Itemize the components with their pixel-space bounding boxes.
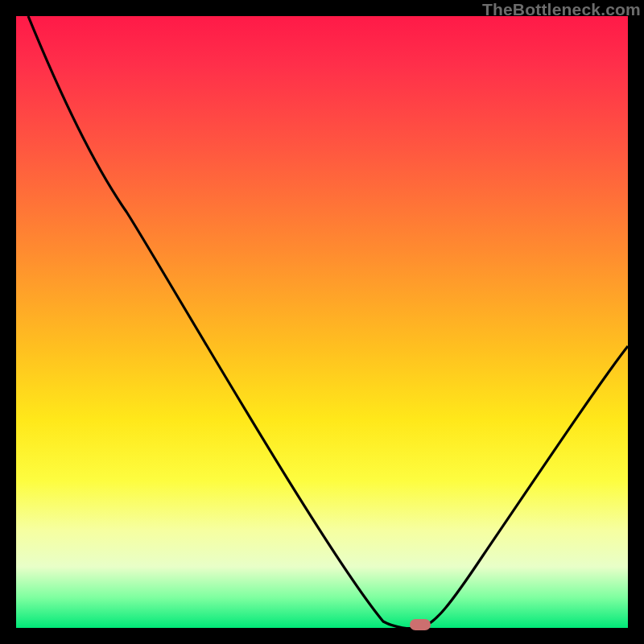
optimum-marker <box>410 619 431 630</box>
chart-frame <box>16 16 628 628</box>
curve-path <box>28 16 628 628</box>
watermark-text: TheBottleneck.com <box>482 0 641 19</box>
bottleneck-curve <box>16 16 628 628</box>
